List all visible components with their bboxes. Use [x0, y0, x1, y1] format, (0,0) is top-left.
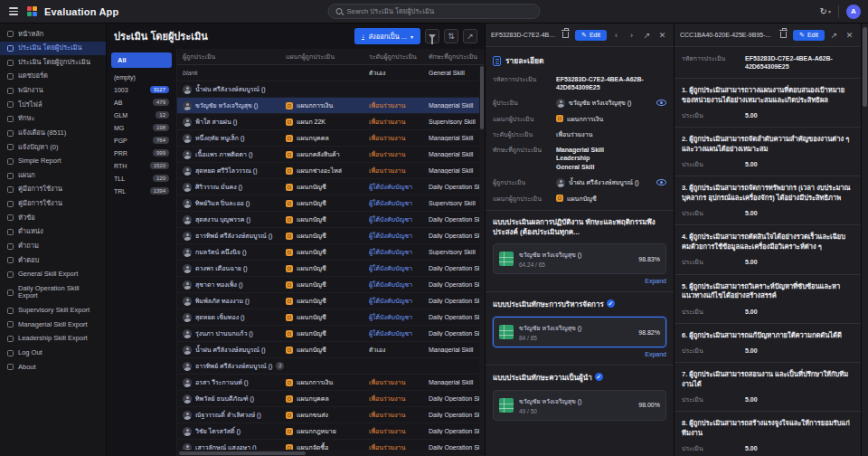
department-icon [286, 233, 293, 240]
edit-button[interactable]: ✎ Edit [793, 30, 825, 41]
sidebar-item[interactable]: คู่มือการใช้งาน [0, 197, 106, 212]
prev-record-icon[interactable]: ‹ [610, 29, 622, 41]
filter-item[interactable]: (empty) [111, 71, 172, 83]
sidebar-item[interactable]: Log Out [0, 346, 106, 360]
column-header[interactable]: ผู้ถูกประเมิน [183, 52, 286, 62]
table-row[interactable]: สุดสงวน บุญพรรค ()แผนกบัญชีผู้ใต้บังคับบ… [177, 212, 485, 228]
filter-icon[interactable] [425, 29, 439, 43]
table-row[interactable]: เนื้อแพร ภาพติดตา ()แผนกคลังสินค้าเพื่อน… [177, 147, 485, 163]
expand-link[interactable]: Expand [493, 278, 666, 284]
table-row[interactable]: หนึ่งฤทัย หนูเล็ก ()แผนกบุคคลเพื่อนร่วมง… [177, 130, 485, 147]
sort-icon[interactable]: ⇅ [444, 29, 458, 43]
filter-item[interactable]: 10033127 [111, 83, 172, 96]
filter-item[interactable]: PRR999 [111, 147, 172, 159]
sidebar-item[interactable]: แผนก [0, 168, 106, 183]
sidebar-item[interactable]: หัวข้อ [0, 211, 106, 225]
table-row[interactable]: ธารทิพย์ ศรีลังวงษ์สมบูรณ์ ()2 [177, 358, 485, 375]
filter-item[interactable]: GLM12 [111, 109, 172, 121]
sidebar-item[interactable]: พนักงาน [0, 84, 106, 99]
sidebar-item[interactable]: Daily Operation Skill Export [0, 281, 106, 303]
assessment-card[interactable]: ขวัญชัย หวังเจริญสุข ()64.24 / 6598.83% [493, 243, 666, 274]
table-row[interactable]: อรสา วีระกานนท์ ()แผนกการเงินเพื่อนร่วมง… [177, 375, 485, 391]
table-row[interactable]: น้ำฝน ศรีลังวงษ์สมบูรณ์ ()แผนกบัญชีตัวเอ… [177, 342, 485, 358]
export-button[interactable]: ↓ ส่งออกเป็น ... ▾ [354, 28, 420, 44]
page-scrollbar[interactable] [861, 24, 868, 456]
table-row[interactable]: ฟ้าใส สายฝน ()แผนก 22Kเพื่อนร่วมงานSuper… [177, 114, 485, 130]
sidebar-item[interactable]: Managerial Skill Export [0, 318, 106, 332]
sidebar-item[interactable]: Leadership Skill Export [0, 332, 106, 347]
filter-item[interactable]: TLL120 [111, 172, 172, 185]
sidebar-item[interactable]: คู่มือการใช้งาน [0, 183, 106, 197]
sidebar-item[interactable]: แดชบอร์ด [0, 70, 106, 84]
delete-icon[interactable] [778, 29, 789, 41]
department-icon [556, 195, 563, 202]
question-icon [7, 243, 14, 250]
eye-icon[interactable] [656, 179, 666, 185]
refresh-icon[interactable]: ↻▾ [820, 6, 831, 16]
column-header[interactable]: แผนกผู้ถูกประเมิน [286, 52, 369, 62]
book-icon [7, 201, 14, 207]
next-record-icon[interactable]: › [626, 29, 637, 41]
sidebar-item[interactable]: ตำแหน่ง [0, 225, 106, 240]
filter-count-badge: 764 [153, 137, 169, 144]
filter-item-all[interactable]: All [111, 52, 172, 68]
table-row[interactable]: ดวงพร เดือนฉาย ()แผนกบัญชีผู้ใต้บังคับบั… [177, 261, 485, 277]
question-text: 7. ผู้ถูกประเมินสามารถสอนงาน และเป็นที่ป… [682, 370, 854, 389]
sidebar-item[interactable]: แจ้งปัญหา (0) [0, 140, 106, 155]
sidebar-item[interactable]: ทักษะ [0, 112, 106, 127]
field-value: แผนกบัญชี [567, 195, 597, 203]
expand-panel-icon[interactable]: ↗ [828, 29, 840, 41]
user-avatar[interactable]: A [846, 5, 861, 19]
menu-icon[interactable] [7, 5, 20, 17]
table-row[interactable]: ศิริวรรณ มั่นคง ()แผนกบัญชีผู้ใต้บังคับบ… [177, 179, 485, 195]
filter-item[interactable]: RTH1520 [111, 159, 172, 172]
table-row[interactable]: กมลรัตน์ คนึงนิจ ()แผนกบัญชีผู้ใต้บังคับ… [177, 244, 485, 261]
table-row[interactable]: blankตัวเองGeneral Skill [177, 65, 485, 81]
expand-link[interactable]: Expand [493, 351, 666, 357]
expand-icon[interactable]: ↗ [463, 29, 477, 43]
column-header[interactable]: ทักษะที่ถูกประเมิน [429, 52, 485, 62]
sidebar-item[interactable]: About [0, 360, 106, 375]
table-row[interactable]: สุดหยด เข็มทอง ()แผนกบัญชีผู้ใต้บังคับบั… [177, 309, 485, 326]
table-horizontal-scrollbar[interactable] [177, 450, 479, 456]
table-row[interactable]: ณัฐวรรณดิ์ ลำเลิศวงษ์ ()แผนกขนส่งเพื่อนร… [177, 407, 485, 423]
filter-item[interactable]: MG198 [111, 121, 172, 134]
table-row[interactable]: ทิพย์วิมล ปิ่นละออ ()แผนกบัญชีผู้ใต้บังค… [177, 195, 485, 212]
assessment-card[interactable]: ขวัญชัย หวังเจริญสุข ()49 / 5098.00% [493, 390, 666, 421]
sidebar-item[interactable]: แจ้งเตือน (8511) [0, 126, 106, 140]
filter-item[interactable]: TRL1394 [111, 185, 172, 197]
close-icon[interactable]: ✕ [844, 29, 855, 41]
column-header[interactable]: ระดับผู้ถูกประเมิน [369, 52, 429, 62]
search-input[interactable] [347, 7, 533, 15]
delete-icon[interactable] [560, 29, 571, 41]
table-row[interactable]: สุดหยด ศรีวิไลวรรณ ()แผนกช่างอะไหล่เพื่อ… [177, 163, 485, 179]
table-row[interactable]: รุ่งนภา ปานนกแก้ว ()แผนกบัญชีผู้ใต้บังคั… [177, 326, 485, 342]
sidebar-item[interactable]: คำตอบ [0, 253, 106, 268]
sidebar-item[interactable]: โปรไฟล์ [0, 98, 106, 112]
sidebar-item[interactable]: หน้าหลัก [0, 27, 106, 42]
expand-panel-icon[interactable]: ↗ [641, 29, 653, 41]
sidebar-item[interactable]: General Skill Export [0, 268, 106, 282]
table-row[interactable]: วิชัย ไตรสวัสดิ์ ()แผนกกฎหมายเพื่อนร่วมง… [177, 423, 485, 440]
edit-button[interactable]: ✎ Edit [575, 30, 607, 41]
sidebar-item[interactable]: Supervisory Skill Export [0, 304, 106, 318]
sidebar-item[interactable]: ประเมิน โดยผู้ประเมิน [0, 42, 106, 56]
table-row[interactable]: น้ำฝน ศรีลังวงษ์สมบูรณ์ () [177, 81, 485, 98]
filter-item[interactable]: AB479 [111, 96, 172, 109]
close-icon[interactable]: ✕ [656, 29, 668, 41]
sidebar-item[interactable]: Simple Report [0, 155, 106, 169]
assessment-card[interactable]: ขวัญชัย หวังเจริญสุข ()84 / 8598.82% [493, 317, 666, 347]
table-vertical-scrollbar[interactable] [479, 65, 485, 450]
department-name: แผนกบัญชี [297, 231, 326, 241]
sidebar-item[interactable]: คำถาม [0, 239, 106, 253]
table-row[interactable]: สุชาดา ทองเพ็ง ()แผนกบัญชีผู้ใต้บังคับบั… [177, 277, 485, 293]
table-row[interactable]: ขวัญชัย หวังเจริญสุข ()แผนกการเงินเพื่อน… [177, 98, 485, 114]
spreadsheet-icon [499, 398, 514, 413]
search-bar[interactable] [328, 4, 541, 19]
table-row[interactable]: ทิพวัลย์ ธนบดีภัณฑ์ ()แผนกบุคคลเพื่อนร่ว… [177, 391, 485, 407]
eye-icon[interactable] [656, 100, 666, 106]
table-row[interactable]: พิมพ์ลภัส ทองงาม ()แผนกบัญชีผู้ใต้บังคับ… [177, 293, 485, 309]
filter-item[interactable]: PGP764 [111, 134, 172, 147]
sidebar-item[interactable]: ประเมิน โดยผู้ถูกประเมิน [0, 55, 106, 70]
table-row[interactable]: ธารทิพย์ ศรีลังวงษ์สมบูรณ์ ()แผนกบัญชีผู… [177, 228, 485, 244]
